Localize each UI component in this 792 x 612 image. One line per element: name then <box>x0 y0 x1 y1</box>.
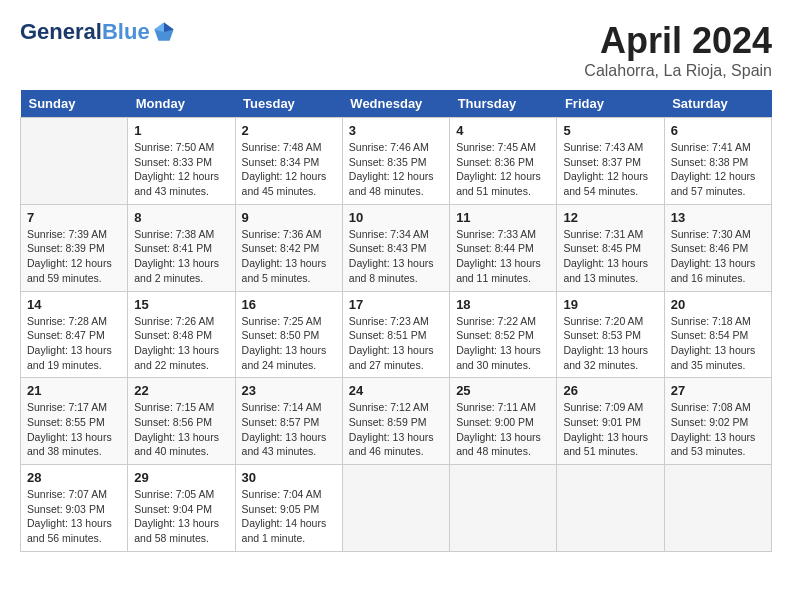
col-header-thursday: Thursday <box>450 90 557 118</box>
day-number: 13 <box>671 210 765 225</box>
day-cell-18: 18Sunrise: 7:22 AM Sunset: 8:52 PM Dayli… <box>450 291 557 378</box>
day-detail: Sunrise: 7:12 AM Sunset: 8:59 PM Dayligh… <box>349 400 443 459</box>
day-number: 26 <box>563 383 657 398</box>
day-number: 30 <box>242 470 336 485</box>
day-cell-14: 14Sunrise: 7:28 AM Sunset: 8:47 PM Dayli… <box>21 291 128 378</box>
day-detail: Sunrise: 7:07 AM Sunset: 9:03 PM Dayligh… <box>27 487 121 546</box>
day-cell-1: 1Sunrise: 7:50 AM Sunset: 8:33 PM Daylig… <box>128 118 235 205</box>
day-cell-7: 7Sunrise: 7:39 AM Sunset: 8:39 PM Daylig… <box>21 204 128 291</box>
day-number: 6 <box>671 123 765 138</box>
day-number: 18 <box>456 297 550 312</box>
day-number: 4 <box>456 123 550 138</box>
col-header-sunday: Sunday <box>21 90 128 118</box>
day-detail: Sunrise: 7:50 AM Sunset: 8:33 PM Dayligh… <box>134 140 228 199</box>
empty-cell <box>342 465 449 552</box>
day-cell-20: 20Sunrise: 7:18 AM Sunset: 8:54 PM Dayli… <box>664 291 771 378</box>
day-detail: Sunrise: 7:15 AM Sunset: 8:56 PM Dayligh… <box>134 400 228 459</box>
day-number: 22 <box>134 383 228 398</box>
day-number: 27 <box>671 383 765 398</box>
day-detail: Sunrise: 7:09 AM Sunset: 9:01 PM Dayligh… <box>563 400 657 459</box>
empty-cell <box>664 465 771 552</box>
day-cell-29: 29Sunrise: 7:05 AM Sunset: 9:04 PM Dayli… <box>128 465 235 552</box>
empty-cell <box>557 465 664 552</box>
day-detail: Sunrise: 7:20 AM Sunset: 8:53 PM Dayligh… <box>563 314 657 373</box>
week-row-3: 14Sunrise: 7:28 AM Sunset: 8:47 PM Dayli… <box>21 291 772 378</box>
day-detail: Sunrise: 7:14 AM Sunset: 8:57 PM Dayligh… <box>242 400 336 459</box>
day-number: 12 <box>563 210 657 225</box>
day-detail: Sunrise: 7:43 AM Sunset: 8:37 PM Dayligh… <box>563 140 657 199</box>
day-detail: Sunrise: 7:30 AM Sunset: 8:46 PM Dayligh… <box>671 227 765 286</box>
day-detail: Sunrise: 7:05 AM Sunset: 9:04 PM Dayligh… <box>134 487 228 546</box>
week-row-2: 7Sunrise: 7:39 AM Sunset: 8:39 PM Daylig… <box>21 204 772 291</box>
day-detail: Sunrise: 7:28 AM Sunset: 8:47 PM Dayligh… <box>27 314 121 373</box>
day-detail: Sunrise: 7:31 AM Sunset: 8:45 PM Dayligh… <box>563 227 657 286</box>
day-cell-8: 8Sunrise: 7:38 AM Sunset: 8:41 PM Daylig… <box>128 204 235 291</box>
day-number: 1 <box>134 123 228 138</box>
day-cell-6: 6Sunrise: 7:41 AM Sunset: 8:38 PM Daylig… <box>664 118 771 205</box>
col-header-tuesday: Tuesday <box>235 90 342 118</box>
col-header-saturday: Saturday <box>664 90 771 118</box>
week-row-4: 21Sunrise: 7:17 AM Sunset: 8:55 PM Dayli… <box>21 378 772 465</box>
day-cell-28: 28Sunrise: 7:07 AM Sunset: 9:03 PM Dayli… <box>21 465 128 552</box>
day-cell-19: 19Sunrise: 7:20 AM Sunset: 8:53 PM Dayli… <box>557 291 664 378</box>
day-detail: Sunrise: 7:11 AM Sunset: 9:00 PM Dayligh… <box>456 400 550 459</box>
day-cell-10: 10Sunrise: 7:34 AM Sunset: 8:43 PM Dayli… <box>342 204 449 291</box>
day-number: 2 <box>242 123 336 138</box>
day-cell-12: 12Sunrise: 7:31 AM Sunset: 8:45 PM Dayli… <box>557 204 664 291</box>
day-detail: Sunrise: 7:23 AM Sunset: 8:51 PM Dayligh… <box>349 314 443 373</box>
day-cell-30: 30Sunrise: 7:04 AM Sunset: 9:05 PM Dayli… <box>235 465 342 552</box>
week-row-5: 28Sunrise: 7:07 AM Sunset: 9:03 PM Dayli… <box>21 465 772 552</box>
day-cell-25: 25Sunrise: 7:11 AM Sunset: 9:00 PM Dayli… <box>450 378 557 465</box>
day-cell-16: 16Sunrise: 7:25 AM Sunset: 8:50 PM Dayli… <box>235 291 342 378</box>
day-detail: Sunrise: 7:18 AM Sunset: 8:54 PM Dayligh… <box>671 314 765 373</box>
day-cell-13: 13Sunrise: 7:30 AM Sunset: 8:46 PM Dayli… <box>664 204 771 291</box>
empty-cell <box>21 118 128 205</box>
calendar-header-row: SundayMondayTuesdayWednesdayThursdayFrid… <box>21 90 772 118</box>
day-cell-3: 3Sunrise: 7:46 AM Sunset: 8:35 PM Daylig… <box>342 118 449 205</box>
day-number: 10 <box>349 210 443 225</box>
calendar-table: SundayMondayTuesdayWednesdayThursdayFrid… <box>20 90 772 552</box>
day-number: 28 <box>27 470 121 485</box>
day-cell-9: 9Sunrise: 7:36 AM Sunset: 8:42 PM Daylig… <box>235 204 342 291</box>
day-cell-2: 2Sunrise: 7:48 AM Sunset: 8:34 PM Daylig… <box>235 118 342 205</box>
day-number: 29 <box>134 470 228 485</box>
day-detail: Sunrise: 7:33 AM Sunset: 8:44 PM Dayligh… <box>456 227 550 286</box>
day-detail: Sunrise: 7:39 AM Sunset: 8:39 PM Dayligh… <box>27 227 121 286</box>
page-header: GeneralBlue April 2024 Calahorra, La Rio… <box>20 20 772 80</box>
day-cell-26: 26Sunrise: 7:09 AM Sunset: 9:01 PM Dayli… <box>557 378 664 465</box>
day-number: 3 <box>349 123 443 138</box>
day-detail: Sunrise: 7:08 AM Sunset: 9:02 PM Dayligh… <box>671 400 765 459</box>
day-cell-23: 23Sunrise: 7:14 AM Sunset: 8:57 PM Dayli… <box>235 378 342 465</box>
location: Calahorra, La Rioja, Spain <box>584 62 772 80</box>
day-cell-27: 27Sunrise: 7:08 AM Sunset: 9:02 PM Dayli… <box>664 378 771 465</box>
day-number: 17 <box>349 297 443 312</box>
day-number: 20 <box>671 297 765 312</box>
day-number: 25 <box>456 383 550 398</box>
day-number: 19 <box>563 297 657 312</box>
day-detail: Sunrise: 7:25 AM Sunset: 8:50 PM Dayligh… <box>242 314 336 373</box>
day-detail: Sunrise: 7:26 AM Sunset: 8:48 PM Dayligh… <box>134 314 228 373</box>
day-cell-4: 4Sunrise: 7:45 AM Sunset: 8:36 PM Daylig… <box>450 118 557 205</box>
day-cell-17: 17Sunrise: 7:23 AM Sunset: 8:51 PM Dayli… <box>342 291 449 378</box>
day-number: 24 <box>349 383 443 398</box>
day-number: 15 <box>134 297 228 312</box>
empty-cell <box>450 465 557 552</box>
day-cell-5: 5Sunrise: 7:43 AM Sunset: 8:37 PM Daylig… <box>557 118 664 205</box>
day-number: 21 <box>27 383 121 398</box>
day-detail: Sunrise: 7:41 AM Sunset: 8:38 PM Dayligh… <box>671 140 765 199</box>
day-number: 23 <box>242 383 336 398</box>
day-cell-24: 24Sunrise: 7:12 AM Sunset: 8:59 PM Dayli… <box>342 378 449 465</box>
day-cell-22: 22Sunrise: 7:15 AM Sunset: 8:56 PM Dayli… <box>128 378 235 465</box>
month-title: April 2024 <box>584 20 772 62</box>
title-block: April 2024 Calahorra, La Rioja, Spain <box>584 20 772 80</box>
logo-icon <box>152 20 176 44</box>
day-detail: Sunrise: 7:17 AM Sunset: 8:55 PM Dayligh… <box>27 400 121 459</box>
day-cell-21: 21Sunrise: 7:17 AM Sunset: 8:55 PM Dayli… <box>21 378 128 465</box>
day-number: 16 <box>242 297 336 312</box>
col-header-monday: Monday <box>128 90 235 118</box>
day-cell-11: 11Sunrise: 7:33 AM Sunset: 8:44 PM Dayli… <box>450 204 557 291</box>
day-detail: Sunrise: 7:22 AM Sunset: 8:52 PM Dayligh… <box>456 314 550 373</box>
day-detail: Sunrise: 7:04 AM Sunset: 9:05 PM Dayligh… <box>242 487 336 546</box>
day-detail: Sunrise: 7:38 AM Sunset: 8:41 PM Dayligh… <box>134 227 228 286</box>
day-number: 14 <box>27 297 121 312</box>
